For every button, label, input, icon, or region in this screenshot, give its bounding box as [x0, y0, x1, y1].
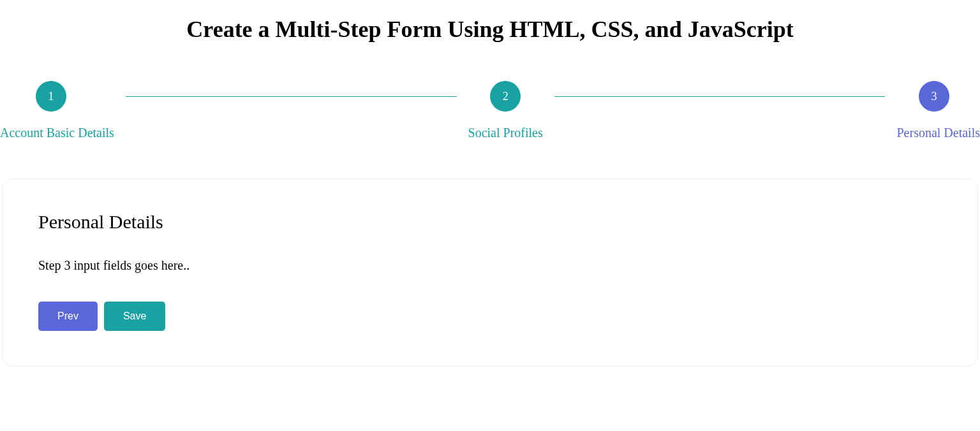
- step-label-3: Personal Details: [896, 126, 980, 140]
- step-personal-details[interactable]: 3 Personal Details: [896, 81, 980, 140]
- step-number-3: 3: [919, 81, 949, 112]
- step-label-2: Social Profiles: [468, 126, 543, 140]
- step-account-basic-details[interactable]: 1 Account Basic Details: [0, 81, 114, 140]
- stepper-connector: [126, 96, 457, 97]
- step-social-profiles[interactable]: 2 Social Profiles: [468, 81, 543, 140]
- step-number-2: 2: [490, 81, 521, 112]
- stepper: 1 Account Basic Details 2 Social Profile…: [0, 81, 980, 140]
- step-number-1: 1: [36, 81, 66, 112]
- form-step-card: Personal Details Step 3 input fields goe…: [2, 179, 978, 367]
- stepper-connector: [554, 96, 886, 97]
- page-title: Create a Multi-Step Form Using HTML, CSS…: [0, 16, 980, 43]
- prev-button[interactable]: Prev: [38, 302, 98, 331]
- step-label-1: Account Basic Details: [0, 126, 114, 140]
- card-heading: Personal Details: [38, 211, 942, 233]
- button-row: Prev Save: [38, 302, 942, 331]
- card-body-text: Step 3 input fields goes here..: [38, 258, 942, 273]
- save-button[interactable]: Save: [104, 302, 165, 331]
